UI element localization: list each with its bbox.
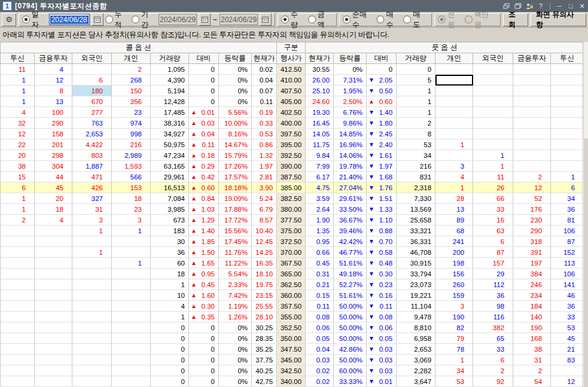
date-input[interactable]: 2024/06/28 — [49, 14, 90, 25]
strike-price-cell[interactable]: 392.50 — [277, 150, 306, 161]
table-row[interactable]: 41002772317,485▲0.015.56%0.19402.5019.30… — [1, 107, 584, 118]
cell[interactable]: 0.95 — [306, 236, 334, 247]
strike-price-cell[interactable]: 352.50 — [277, 322, 306, 333]
cell[interactable]: 42.75 — [252, 376, 277, 387]
sell-radio[interactable] — [403, 16, 411, 23]
cell[interactable]: 0.15 — [306, 290, 334, 301]
cell[interactable] — [1, 333, 35, 344]
cell[interactable]: 4.75 — [306, 182, 334, 193]
cell[interactable] — [513, 107, 551, 118]
cell[interactable]: 8.16% — [219, 129, 252, 139]
cell[interactable]: 33,321 — [397, 226, 435, 236]
cell[interactable]: 1 — [112, 258, 151, 269]
cell[interactable]: ▲1.60 — [189, 290, 219, 301]
cell[interactable]: ▲0.35 — [189, 312, 219, 322]
strike-price-cell[interactable]: 375.00 — [277, 226, 306, 236]
cell[interactable]: 7.42% — [219, 290, 252, 301]
put-col-header-1[interactable]: 등락률 — [334, 53, 367, 64]
cell[interactable]: ▲0.29 — [189, 161, 219, 172]
cell[interactable]: ▼0.16 — [367, 290, 397, 301]
cell[interactable]: 34 — [551, 193, 584, 204]
cell[interactable]: 0% — [219, 322, 252, 333]
call-col-header-2[interactable]: 외국인 — [72, 53, 112, 64]
calendar-button[interactable] — [92, 13, 103, 26]
cell[interactable]: 11 — [1, 64, 35, 75]
cell[interactable] — [112, 355, 151, 365]
call-col-header-3[interactable]: 개인 — [112, 53, 151, 64]
cell[interactable] — [473, 118, 513, 129]
cell[interactable]: 10 — [151, 290, 189, 301]
cell[interactable]: 17.45% — [219, 236, 252, 247]
cell[interactable] — [551, 86, 584, 96]
cell[interactable]: 29 — [473, 269, 513, 279]
cell[interactable] — [112, 236, 151, 247]
cell[interactable]: ▼1.33 — [367, 204, 397, 215]
call-col-header-4[interactable]: 거래량 — [151, 53, 189, 64]
cell[interactable]: 7.31% — [334, 75, 367, 86]
strike-price-cell[interactable]: 342.50 — [277, 365, 306, 376]
call-col-header-5[interactable]: 대비 — [189, 53, 219, 64]
cell[interactable] — [435, 64, 473, 75]
strike-price-cell[interactable]: 370.00 — [277, 247, 306, 258]
cell[interactable]: 391 — [513, 247, 551, 258]
cell[interactable]: 12.45 — [252, 236, 277, 247]
cell[interactable]: 13 — [35, 96, 72, 107]
cell[interactable]: 112 — [473, 279, 513, 290]
cell[interactable]: 356 — [112, 96, 151, 107]
cell[interactable]: ▲0.30 — [189, 301, 219, 312]
cell[interactable]: 1.90 — [306, 215, 334, 226]
cell[interactable]: ▼0.48 — [367, 258, 397, 269]
cell[interactable]: 3,985 — [151, 204, 189, 215]
strike-price-cell[interactable]: 405.00 — [277, 96, 306, 107]
cell[interactable]: 1 — [473, 161, 513, 172]
cell[interactable]: ▼0.05 — [367, 333, 397, 344]
cell[interactable] — [513, 161, 551, 172]
cell[interactable]: 82 — [435, 322, 473, 333]
cell[interactable]: 17.72% — [219, 215, 252, 226]
cell[interactable]: 5.54% — [219, 269, 252, 279]
cell[interactable]: 0 — [189, 376, 219, 387]
cell[interactable]: 2,282 — [397, 365, 435, 376]
cell[interactable]: 15.56% — [219, 226, 252, 236]
cell[interactable]: 831 — [397, 172, 435, 182]
cell[interactable]: 190 — [513, 322, 551, 333]
cell[interactable]: 60 — [151, 258, 189, 269]
strike-price-cell[interactable]: 357.50 — [277, 301, 306, 312]
cell[interactable]: 12 — [35, 75, 72, 86]
cell[interactable]: 15.79% — [219, 150, 252, 161]
cell[interactable]: 19.78% — [334, 161, 367, 172]
cell[interactable]: 318 — [513, 236, 551, 247]
cell[interactable]: 6 — [551, 182, 584, 193]
cell[interactable]: ▲0.60 — [189, 182, 219, 193]
cell[interactable] — [513, 139, 551, 150]
cell[interactable]: 1 — [1, 75, 35, 86]
cell[interactable]: 50.00% — [334, 301, 367, 312]
cell[interactable]: 11,104 — [397, 301, 435, 312]
cell[interactable] — [551, 64, 584, 75]
cell[interactable]: 426 — [72, 182, 112, 193]
cell[interactable]: 0.66 — [306, 247, 334, 258]
cell[interactable]: 2,989 — [112, 150, 151, 161]
from-date-input[interactable]: 2024/06/29 — [159, 14, 197, 25]
cell[interactable]: ▼2.05 — [367, 75, 397, 86]
cell[interactable]: 18 — [35, 204, 72, 215]
cell[interactable]: 304 — [35, 161, 72, 172]
cell[interactable]: 1,095 — [151, 64, 189, 75]
cell[interactable]: 1.35 — [306, 226, 334, 236]
cell[interactable]: 1 — [435, 355, 473, 365]
cell[interactable]: 0.11 — [306, 301, 334, 312]
cell[interactable]: 0 — [189, 64, 219, 75]
user-lock-icon[interactable] — [526, 3, 533, 10]
cell[interactable]: 23 — [112, 204, 151, 215]
cell[interactable]: 27.04% — [334, 182, 367, 193]
cell[interactable]: ▼0.70 — [367, 236, 397, 247]
cell[interactable]: 1 — [1, 193, 35, 204]
cell[interactable]: 176 — [513, 204, 551, 215]
cell[interactable]: 6.79 — [252, 204, 277, 215]
table-row[interactable]: 4▲0.301.19%25.55357.500.1150.00%▼0.1111,… — [1, 301, 584, 312]
cell[interactable]: 4 — [151, 301, 189, 312]
cell[interactable]: 0 — [151, 333, 189, 344]
help-icon[interactable]: ? — [537, 2, 544, 10]
cell[interactable]: 0% — [219, 64, 252, 75]
cell[interactable]: 2.33% — [219, 279, 252, 290]
